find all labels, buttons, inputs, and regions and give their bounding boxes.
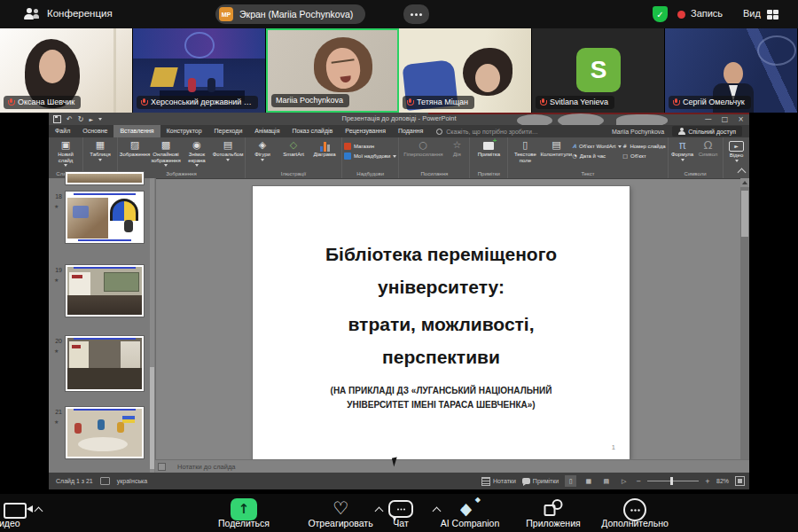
tab-view[interactable]: Подання	[392, 125, 429, 137]
notes-toggle-icon[interactable]	[158, 463, 166, 471]
date-time-button[interactable]: ◔Дата й час	[572, 153, 622, 160]
participant-nametag: Mariia Pochynkova	[271, 94, 349, 107]
video-tile-kherson[interactable]: Херсонський державний …	[133, 28, 266, 113]
notes-bar[interactable]: Нотатки до слайда	[155, 459, 749, 473]
video-button-label[interactable]: Видео	[0, 518, 20, 528]
slide-number-button[interactable]: #Номер слайда	[622, 143, 665, 150]
tab-transitions[interactable]: Переходи	[208, 125, 249, 137]
zoom-in-icon[interactable]: +	[705, 478, 710, 485]
thumbnail-scrollbar-thumb[interactable]	[150, 367, 154, 469]
participant-nametag: Херсонський державний …	[137, 96, 258, 109]
video-button[interactable]: ►Відео	[725, 139, 748, 162]
pictures-button[interactable]: ▨Зображення	[120, 139, 150, 158]
table-button[interactable]: ▦Таблиця	[85, 139, 115, 161]
slide-title-line: втрати, можливості,	[253, 308, 630, 340]
my-addins-button[interactable]: Мої надбудови	[344, 153, 396, 160]
chart-button[interactable]: Діаграма	[309, 139, 340, 158]
tell-me-search[interactable]: Скажіть, що потрібно зробити…	[446, 129, 538, 135]
slide-thumbnail-partial[interactable]	[65, 171, 145, 185]
action-button[interactable]: ☆Дія	[446, 139, 467, 158]
slide-canvas[interactable]: Бібліотека переміщеного університету: вт…	[253, 186, 630, 459]
my-addins-icon	[344, 153, 351, 160]
decoration	[113, 28, 116, 113]
reactions-button[interactable]: ♡ Отреагировать	[332, 494, 348, 532]
slideshow-view-button[interactable]: ▷	[618, 475, 630, 487]
restore-icon[interactable]: □	[722, 115, 729, 123]
tab-home[interactable]: Основне	[76, 125, 113, 137]
hyperlink-icon: ○	[419, 139, 428, 152]
tab-file[interactable]: Файл	[49, 125, 76, 137]
slide-thumbnail-20[interactable]	[65, 335, 145, 392]
normal-view-button[interactable]: ▯	[565, 475, 576, 487]
video-options-chevron-icon[interactable]	[35, 507, 43, 516]
powerpoint-status-bar: Слайд 1 з 21 українська Нотатки Примітки…	[49, 473, 749, 489]
chat-chevron-icon[interactable]	[433, 507, 442, 516]
recording-label[interactable]: Запись	[691, 8, 723, 19]
shapes-button[interactable]: ◈Фігури	[247, 139, 278, 161]
hyperlink-button[interactable]: ○Гіперпосилання	[401, 139, 445, 158]
tab-animations[interactable]: Анімація	[248, 125, 286, 137]
tab-insert-active[interactable]: Вставлення	[113, 125, 160, 137]
video-tile-mariia-active-speaker[interactable]: Mariia Pochynkova	[266, 28, 399, 113]
account-name[interactable]: Mariia Pochynkova	[612, 129, 664, 135]
apps-button[interactable]: Приложения	[544, 494, 563, 532]
slide-thumbnail-18[interactable]	[65, 191, 145, 244]
gallery-view-icon[interactable]	[767, 10, 778, 20]
more-button[interactable]: Дополнительно	[623, 494, 646, 532]
share-screen-button[interactable]: ↑ Поделиться	[231, 494, 257, 532]
store-button[interactable]: Магазин	[344, 143, 396, 150]
language-label[interactable]: українська	[117, 478, 147, 484]
security-shield-icon[interactable]: ✓	[653, 6, 668, 22]
slide-number-label: 18	[51, 193, 62, 200]
editor-scrollbar-thumb[interactable]	[741, 191, 748, 237]
tab-design[interactable]: Конструктор	[160, 125, 208, 137]
slide-thumbnail-19[interactable]	[65, 264, 145, 317]
video-tile-tetiana[interactable]: Тетяна Міщан	[399, 28, 532, 113]
view-button[interactable]: Вид	[743, 8, 761, 19]
tab-review[interactable]: Рецензування	[339, 125, 392, 137]
fit-to-window-icon[interactable]	[735, 476, 745, 486]
smartart-button[interactable]: ◇SmartArt	[278, 139, 309, 158]
zoom-slider-thumb[interactable]	[670, 477, 673, 485]
screenshot-button[interactable]: ◉Знімок екрана	[182, 139, 212, 167]
video-tile-oksana[interactable]: Оксана Шевчик	[0, 28, 133, 113]
reactions-chevron-icon[interactable]	[375, 507, 384, 516]
share-document-button[interactable]: Спільний доступ	[672, 126, 742, 137]
notes-toggle-button[interactable]: Нотатки	[481, 477, 516, 486]
video-tile-serhii[interactable]: Сергій Омельчук	[665, 28, 798, 113]
online-pictures-button[interactable]: ▩Онлайнові зображення	[151, 139, 181, 167]
slide-title-line: університету:	[253, 270, 630, 303]
comment-button[interactable]: Примітка	[472, 139, 505, 158]
comments-toggle-button[interactable]: Примітки	[522, 478, 559, 484]
chat-button[interactable]: Чат	[388, 494, 413, 532]
new-slide-button[interactable]: ▣Новий слайд	[51, 139, 81, 167]
symbol-button[interactable]: ΩСимвол	[696, 139, 721, 158]
zoom-percentage[interactable]: 82%	[716, 478, 729, 484]
reading-view-button[interactable]: ▤	[600, 475, 612, 487]
photo-album-button[interactable]: ▤Фотоальбом	[213, 139, 243, 161]
slide-number-icon: #	[622, 143, 627, 150]
close-icon[interactable]: ×	[738, 115, 744, 123]
equation-button[interactable]: πФормула	[670, 139, 695, 161]
video-camera-icon[interactable]	[4, 503, 27, 519]
zoom-out-icon[interactable]: −	[636, 478, 641, 485]
slide-sorter-view-button[interactable]: ▦	[583, 475, 594, 487]
participant-nametag: Сергій Омельчук	[669, 96, 751, 109]
scroll-up-icon[interactable]	[740, 178, 749, 187]
video-tile-svitlana[interactable]: S Svitlana Yenieva	[532, 28, 665, 113]
editor-scrollbar[interactable]	[740, 178, 749, 473]
object-button[interactable]: □Об'єкт	[622, 153, 665, 160]
share-options-button[interactable]	[403, 4, 429, 24]
recording-dot-icon	[677, 11, 685, 19]
participant-nametag: Svitlana Yenieva	[536, 96, 614, 109]
screen-share-pill[interactable]: MP Экран (Mariia Pochynkova)	[215, 4, 365, 24]
header-footer-button[interactable]: ▤Колонтитули	[541, 139, 571, 158]
ai-companion-button[interactable]: ◆◆ AI Companion	[460, 494, 480, 532]
new-slide-icon: ▣	[61, 139, 70, 152]
tab-slideshow[interactable]: Показ слайдів	[286, 125, 339, 137]
text-box-button[interactable]: ▯Текстове поле	[510, 139, 540, 163]
zoom-slider[interactable]	[647, 481, 699, 481]
slide-thumbnail-21[interactable]	[65, 406, 145, 459]
minimize-icon[interactable]: —	[705, 115, 712, 123]
wordart-button[interactable]: AОб'єкт WordArt	[572, 143, 622, 150]
